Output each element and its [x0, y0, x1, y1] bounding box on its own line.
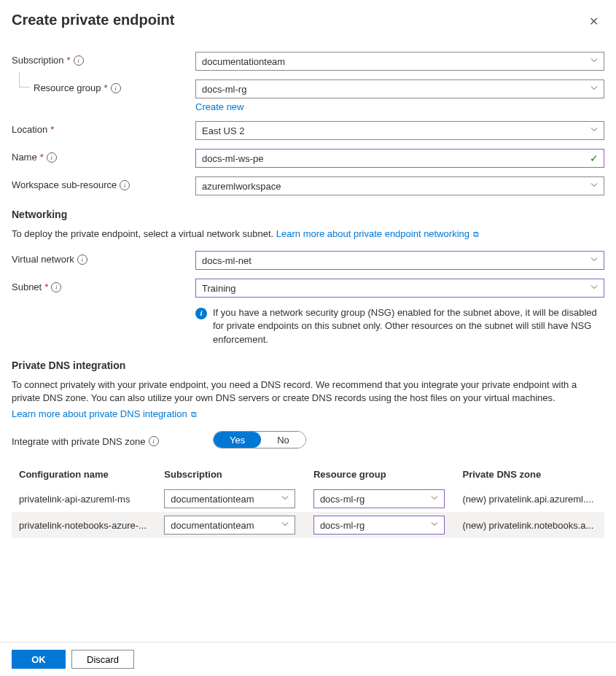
- table-row: privatelink-notebooks-azure-... document…: [12, 512, 604, 538]
- vnet-select[interactable]: docs-ml-net: [195, 251, 604, 270]
- subresource-select[interactable]: azuremlworkspace: [195, 176, 604, 195]
- dns-desc: To connect privately with your private e…: [12, 378, 604, 405]
- required-indicator: *: [40, 152, 44, 163]
- create-new-link[interactable]: Create new: [195, 101, 243, 112]
- nsg-note: If you have a network security group (NS…: [213, 306, 604, 346]
- info-icon[interactable]: i: [120, 180, 130, 190]
- discard-button[interactable]: Discard: [71, 650, 134, 669]
- info-icon[interactable]: i: [47, 152, 57, 163]
- integrate-toggle-label: Integrate with private DNS zone: [12, 436, 146, 447]
- col-sub: Subscription: [157, 463, 306, 486]
- col-config: Configuration name: [12, 463, 157, 486]
- toggle-no[interactable]: No: [261, 432, 305, 448]
- external-link-icon: ⧉: [189, 410, 197, 419]
- info-solid-icon: i: [195, 308, 207, 319]
- subscription-label: Subscription: [12, 55, 64, 66]
- integrate-toggle[interactable]: Yes No: [213, 431, 306, 448]
- info-icon[interactable]: i: [51, 282, 61, 292]
- info-icon[interactable]: i: [74, 55, 84, 66]
- zone-value: (new) privatelink.api.azureml....: [462, 494, 597, 505]
- row-subscription-select[interactable]: documentationteam: [164, 516, 295, 535]
- resource-group-select[interactable]: docs-ml-rg: [195, 79, 604, 98]
- ok-button[interactable]: OK: [12, 650, 66, 669]
- table-row: privatelink-api-azureml-ms documentation…: [12, 486, 604, 512]
- required-indicator: *: [50, 124, 54, 135]
- required-indicator: *: [104, 82, 108, 93]
- checkmark-icon: ✓: [590, 152, 599, 164]
- dns-learn-more-link[interactable]: Learn more about private DNS integration…: [12, 408, 197, 419]
- dns-config-table: Configuration name Subscription Resource…: [12, 463, 604, 538]
- external-link-icon: ⧉: [471, 230, 479, 238]
- location-select[interactable]: East US 2: [195, 121, 604, 140]
- subnet-label: Subnet: [12, 281, 42, 292]
- config-name: privatelink-api-azureml-ms: [19, 494, 149, 505]
- row-rg-select[interactable]: docs-ml-rg: [313, 489, 445, 508]
- close-icon[interactable]: ✕: [583, 12, 604, 31]
- name-input[interactable]: docs-ml-ws-pe: [195, 149, 604, 168]
- vnet-label: Virtual network: [12, 254, 74, 265]
- networking-learn-more-link[interactable]: Learn more about private endpoint networ…: [276, 228, 479, 239]
- col-zone: Private DNS zone: [455, 463, 604, 486]
- row-subscription-select[interactable]: documentationteam: [164, 489, 295, 508]
- subnet-select[interactable]: Training: [195, 279, 604, 298]
- name-label: Name: [12, 152, 37, 163]
- resource-group-label: Resource group: [34, 82, 101, 93]
- required-indicator: *: [67, 55, 71, 66]
- col-rg: Resource group: [306, 463, 456, 486]
- info-icon[interactable]: i: [77, 255, 87, 265]
- networking-heading: Networking: [12, 209, 604, 220]
- info-icon[interactable]: i: [111, 83, 121, 93]
- subresource-label: Workspace sub-resource: [12, 179, 117, 190]
- subscription-select[interactable]: documentationteam: [195, 52, 604, 71]
- toggle-yes[interactable]: Yes: [214, 432, 261, 448]
- dns-heading: Private DNS integration: [12, 360, 604, 371]
- info-icon[interactable]: i: [149, 436, 159, 446]
- location-label: Location: [12, 124, 47, 135]
- row-rg-select[interactable]: docs-ml-rg: [313, 516, 445, 535]
- config-name: privatelink-notebooks-azure-...: [19, 520, 149, 531]
- page-title: Create private endpoint: [12, 12, 174, 28]
- networking-desc: To deploy the private endpoint, select a…: [12, 228, 604, 241]
- required-indicator: *: [44, 281, 48, 292]
- zone-value: (new) privatelink.notebooks.a...: [462, 520, 597, 531]
